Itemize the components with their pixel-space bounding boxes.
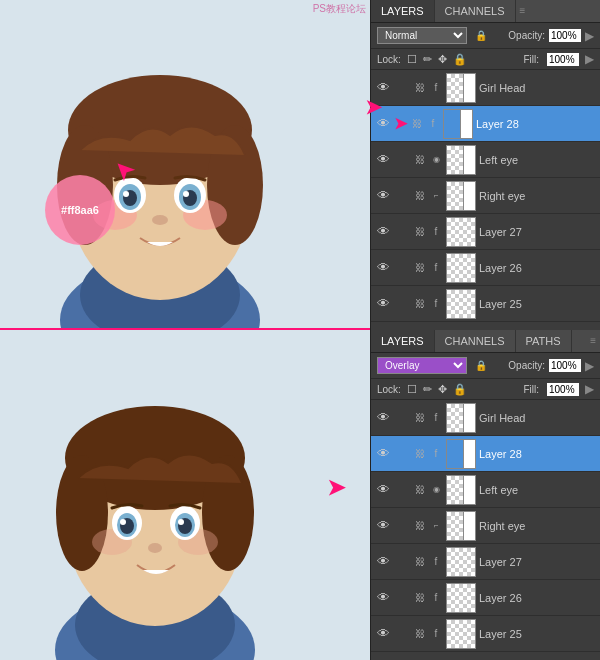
layers-list-bottom: 👁 ⛓ f Girl Head 👁: [371, 400, 600, 660]
layer-controls-27-bottom: ⛓ f: [413, 555, 443, 569]
tab-layers-bottom[interactable]: LAYERS: [371, 330, 435, 352]
chain-icon-b4: ⛓: [413, 519, 427, 533]
layer-name-25-bottom: Layer 25: [479, 628, 596, 640]
shape-icon-4: ⌐: [429, 189, 443, 203]
panel-menu-bottom[interactable]: ≡: [586, 330, 600, 352]
fill-input-bottom[interactable]: [547, 383, 579, 396]
color-label: #ff8aa6: [61, 204, 99, 216]
lock-move-top[interactable]: ✥: [438, 53, 447, 66]
layer-controls-girl-head-bottom: ⛓ f: [413, 411, 443, 425]
layer-row-28-bottom[interactable]: 👁 ⛓ f Layer 28: [371, 436, 600, 472]
tab-channels-top[interactable]: CHANNELS: [435, 0, 516, 22]
lock-row-bottom: Lock: ☐ ✏ ✥ 🔒 Fill: ▶: [371, 379, 600, 400]
fill-label-top: Fill:: [523, 54, 539, 65]
tab-channels-bottom[interactable]: CHANNELS: [435, 330, 516, 352]
thumb-mask-3: [463, 146, 475, 175]
visibility-girl-head-top[interactable]: 👁: [375, 80, 391, 96]
layer-controls-25-bottom: ⛓ f: [413, 627, 443, 641]
lock-icon-chain: 🔒: [475, 30, 487, 41]
fill-arrow-bottom: ▶: [585, 382, 594, 396]
lock-label-top: Lock:: [377, 54, 401, 65]
lock-move-bottom[interactable]: ✥: [438, 383, 447, 396]
visibility-26-bottom[interactable]: 👁: [375, 590, 391, 606]
shape-icon-b4: ⌐: [429, 519, 443, 533]
svg-point-17: [183, 191, 189, 197]
visibility-right-eye-bottom[interactable]: 👁: [375, 518, 391, 534]
layer-row-25-bottom[interactable]: 👁 ⛓ f Layer 25: [371, 616, 600, 652]
layer-row-right-eye-bottom[interactable]: 👁 ⛓ ⌐ Right eye: [371, 508, 600, 544]
layer-row-28-top[interactable]: 👁 ➤ ⛓ f Layer 28: [371, 106, 600, 142]
layer-row-26-bottom[interactable]: 👁 ⛓ f Layer 26: [371, 580, 600, 616]
visibility-28-bottom[interactable]: 👁: [375, 446, 391, 462]
visibility-right-eye-top[interactable]: 👁: [375, 188, 391, 204]
lock-all-top[interactable]: 🔒: [453, 53, 467, 66]
photo-area-bottom: ➤: [0, 330, 370, 660]
layer-name-right-eye-top: Right eye: [479, 190, 596, 202]
chain-icon-b7: ⛓: [413, 627, 427, 641]
layer-row-26-top[interactable]: 👁 ⛓ f Layer 26: [371, 250, 600, 286]
opacity-label-bottom: Opacity:: [508, 360, 545, 371]
tab-layers-top[interactable]: LAYERS: [371, 0, 435, 22]
layer-row-27-top[interactable]: 👁 ⛓ f Layer 27: [371, 214, 600, 250]
layer-controls-26-bottom: ⛓ f: [413, 591, 443, 605]
blend-mode-select-bottom[interactable]: Overlay Normal Multiply: [377, 357, 467, 374]
visibility-left-eye-top[interactable]: 👁: [375, 152, 391, 168]
layer-row-girl-head-top[interactable]: 👁 ⛓ f Girl Head: [371, 70, 600, 106]
visibility-27-bottom[interactable]: 👁: [375, 554, 391, 570]
lock-checkbox-bottom[interactable]: ☐: [407, 383, 417, 396]
thumb-mask-4: [463, 182, 475, 211]
layer-row-left-eye-top[interactable]: 👁 ⛓ ◉ Left eye: [371, 142, 600, 178]
layer-controls-left-eye-bottom: ⛓ ◉: [413, 483, 443, 497]
layer-row-25-top[interactable]: 👁 ⛓ f Layer 25: [371, 286, 600, 322]
svg-point-18: [152, 215, 168, 225]
panel-menu-top[interactable]: ≡: [516, 0, 530, 22]
thumb-26-bottom: [446, 583, 476, 613]
visibility-25-top[interactable]: 👁: [375, 296, 391, 312]
layer-name-25-top: Layer 25: [479, 298, 596, 310]
lock-pen-top[interactable]: ✏: [423, 53, 432, 66]
thumb-25-bottom: [446, 619, 476, 649]
chain-icon-b6: ⛓: [413, 591, 427, 605]
layer-row-27-bottom[interactable]: 👁 ⛓ f Layer 27: [371, 544, 600, 580]
thumb-right-eye-bottom: [446, 511, 476, 541]
fx-icon-b1: f: [429, 411, 443, 425]
lock-all-bottom[interactable]: 🔒: [453, 383, 467, 396]
opacity-input-top[interactable]: [549, 29, 581, 42]
thumb-right-eye-top: [446, 181, 476, 211]
visibility-26-top[interactable]: 👁: [375, 260, 391, 276]
layer-controls-25-top: ⛓ f: [413, 297, 443, 311]
visibility-left-eye-bottom[interactable]: 👁: [375, 482, 391, 498]
lock-pen-bottom[interactable]: ✏: [423, 383, 432, 396]
layer-row-girl-head-bottom[interactable]: 👁 ⛓ f Girl Head: [371, 400, 600, 436]
blend-mode-row-top: Normal Overlay Multiply 🔒 Opacity: ▶: [371, 23, 600, 49]
thumb-mask-28-bottom: [463, 440, 475, 469]
chain-icon-5: ⛓: [413, 225, 427, 239]
chain-icon-1: ⛓: [413, 81, 427, 95]
fx-icon-b7: f: [429, 627, 443, 641]
visibility-girl-head-bottom[interactable]: 👁: [375, 410, 391, 426]
chain-icon-b2: ⛓: [413, 447, 427, 461]
section-divider: [0, 328, 370, 330]
chain-icon-2: ⛓: [410, 117, 424, 131]
lock-checkbox-top[interactable]: ☐: [407, 53, 417, 66]
panel-tabs-top: LAYERS CHANNELS ≡: [371, 0, 600, 23]
thumb-28-bottom: [446, 439, 476, 469]
layer-controls-27-top: ⛓ f: [413, 225, 443, 239]
layer-row-right-eye-top[interactable]: 👁 ⛓ ⌐ Right eye: [371, 178, 600, 214]
thumb-checker-b6: [447, 584, 475, 612]
visibility-25-bottom[interactable]: 👁: [375, 626, 391, 642]
layer-row-left-eye-bottom[interactable]: 👁 ⛓ ◉ Left eye: [371, 472, 600, 508]
thumb-checker-5: [447, 218, 475, 246]
layer-controls-28-top: ⛓ f: [410, 117, 440, 131]
layer-controls-right-eye-bottom: ⛓ ⌐: [413, 519, 443, 533]
blend-mode-select-top[interactable]: Normal Overlay Multiply: [377, 27, 467, 44]
fill-input-top[interactable]: [547, 53, 579, 66]
tab-paths-bottom[interactable]: PATHS: [516, 330, 572, 352]
fx-icon-b5: f: [429, 555, 443, 569]
thumb-left-eye-top: [446, 145, 476, 175]
arrow-bottom-right: ➤: [327, 475, 345, 501]
visibility-27-top[interactable]: 👁: [375, 224, 391, 240]
fill-label-bottom: Fill:: [523, 384, 539, 395]
opacity-input-bottom[interactable]: [549, 359, 581, 372]
thumb-left-eye-bottom: [446, 475, 476, 505]
